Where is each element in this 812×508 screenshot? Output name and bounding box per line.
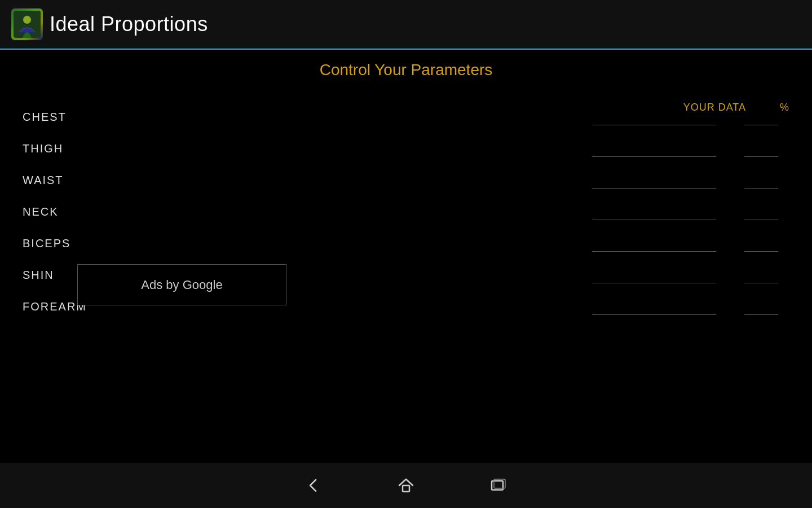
home-icon xyxy=(397,476,415,494)
table-row: THIGH xyxy=(11,133,801,164)
table-row: BICEPS xyxy=(11,228,801,259)
table-row: WAIST xyxy=(11,165,801,195)
recents-button[interactable] xyxy=(480,472,517,499)
svg-point-1 xyxy=(23,16,31,24)
app-icon xyxy=(11,8,43,40)
shin-data-input[interactable] xyxy=(592,266,716,283)
label-waist: WAIST xyxy=(23,174,135,187)
app-title: Ideal Proportions xyxy=(50,12,208,36)
main-content: Control Your Parameters YOUR DATA % CHES… xyxy=(0,50,812,463)
table-row: NECK xyxy=(11,196,801,227)
biceps-data-input[interactable] xyxy=(592,235,716,252)
chest-percent-input[interactable] xyxy=(744,108,778,125)
label-chest: CHEST xyxy=(23,111,135,124)
thigh-data-input[interactable] xyxy=(592,140,716,157)
label-thigh: THIGH xyxy=(23,142,135,155)
nav-bar xyxy=(0,463,812,508)
neck-percent-input[interactable] xyxy=(744,203,778,220)
label-biceps: BICEPS xyxy=(23,237,135,250)
back-icon xyxy=(304,476,323,494)
neck-data-input[interactable] xyxy=(592,203,716,220)
svg-rect-2 xyxy=(403,485,409,492)
waist-percent-input[interactable] xyxy=(744,172,778,189)
biceps-percent-input[interactable] xyxy=(744,235,778,252)
input-wrapper-biceps xyxy=(592,235,778,252)
app-header: Ideal Proportions xyxy=(0,0,812,50)
input-wrapper-chest xyxy=(592,108,778,125)
thigh-percent-input[interactable] xyxy=(744,140,778,157)
page-title: Control Your Parameters xyxy=(0,61,812,79)
forearm-data-input[interactable] xyxy=(592,298,716,315)
forearm-percent-input[interactable] xyxy=(744,298,778,315)
table-row: CHEST xyxy=(11,102,801,132)
label-neck: NECK xyxy=(23,205,135,218)
home-button[interactable] xyxy=(388,472,424,499)
ads-label: Ads by Google xyxy=(141,278,222,292)
input-wrapper-shin xyxy=(592,266,778,283)
input-wrapper-thigh xyxy=(592,140,778,157)
ads-container[interactable]: Ads by Google xyxy=(77,264,286,305)
shin-percent-input[interactable] xyxy=(744,266,778,283)
input-wrapper-waist xyxy=(592,172,778,189)
input-wrapper-neck xyxy=(592,203,778,220)
chest-data-input[interactable] xyxy=(592,108,716,125)
back-button[interactable] xyxy=(295,472,332,499)
waist-data-input[interactable] xyxy=(592,172,716,189)
input-wrapper-forearm xyxy=(592,298,778,315)
recents-icon xyxy=(489,476,508,494)
